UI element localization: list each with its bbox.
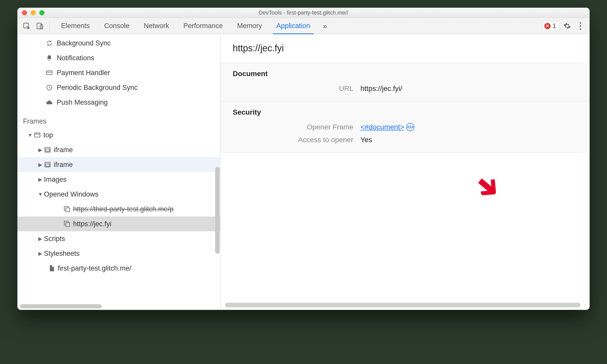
tab-console[interactable]: Console xyxy=(97,18,137,34)
tab-label: Network xyxy=(144,22,169,30)
iframe-icon xyxy=(44,161,51,168)
tree-label: Opened Windows xyxy=(44,190,98,198)
sidebar-item-notifications[interactable]: Notifications xyxy=(17,51,220,65)
opener-frame-link[interactable]: <#document> xyxy=(360,123,404,131)
more-options-button[interactable] xyxy=(575,21,586,31)
tree-label: top xyxy=(43,131,53,139)
security-section: Security Opener Frame <#document> </> Ac… xyxy=(220,102,590,153)
tree-label: Stylesheets xyxy=(44,250,80,258)
tab-elements[interactable]: Elements xyxy=(54,18,97,34)
frame-tree-top[interactable]: ▼ top xyxy=(17,128,220,142)
tab-label: Memory xyxy=(237,22,262,30)
tree-label: iframe xyxy=(54,161,73,169)
frame-tree-scripts[interactable]: ▶ Scripts xyxy=(17,231,220,246)
sidebar-item-label: Push Messaging xyxy=(57,99,108,106)
sidebar-item-periodic-sync[interactable]: Periodic Background Sync xyxy=(17,80,220,95)
sidebar-item-label: Periodic Background Sync xyxy=(57,84,138,92)
sidebar-item-payment-handler[interactable]: Payment Handler xyxy=(17,65,220,80)
tab-label: Console xyxy=(104,22,130,30)
tree-label: https://third-party-test.glitch.me/p xyxy=(73,205,173,213)
frame-details-panel: https://jec.fyi Document URL https://jec… xyxy=(220,34,590,310)
error-count: 1 xyxy=(553,22,556,30)
inspect-element-icon[interactable] xyxy=(21,20,32,32)
window-icon xyxy=(63,220,71,227)
row-url: URL https://jec.fyi/ xyxy=(233,84,577,93)
tab-label: Elements xyxy=(61,22,90,30)
svg-rect-11 xyxy=(46,164,49,166)
tab-memory[interactable]: Memory xyxy=(230,18,269,34)
value-access-to-opener: Yes xyxy=(360,136,372,144)
sidebar-item-label: Payment Handler xyxy=(57,69,110,77)
label-opener-frame: Opener Frame xyxy=(233,123,360,131)
panel-tabs: Elements Console Network Performance Mem… xyxy=(54,18,317,34)
expand-arrow-right[interactable]: ▶ xyxy=(38,236,42,242)
tab-performance[interactable]: Performance xyxy=(176,18,230,34)
svg-rect-13 xyxy=(66,208,69,212)
frame-tree-iframe[interactable]: ▶ iframe xyxy=(17,142,220,157)
row-opener-frame: Opener Frame <#document> </> xyxy=(233,123,577,131)
more-tabs-button[interactable]: » xyxy=(319,22,331,30)
settings-button[interactable] xyxy=(562,22,573,30)
sidebar-scrollbar-vertical[interactable] xyxy=(215,167,220,254)
tree-label: Scripts xyxy=(44,235,65,243)
iframe-icon xyxy=(44,146,51,153)
tab-label: Performance xyxy=(183,22,223,30)
device-toolbar-icon[interactable] xyxy=(34,20,45,32)
frame-tree-document[interactable]: first-party-test.glitch.me/ xyxy=(17,261,220,276)
bell-icon xyxy=(45,54,53,62)
sidebar-section-frames: Frames xyxy=(17,115,220,128)
tab-application[interactable]: Application xyxy=(269,18,317,34)
frame-tree-iframe[interactable]: ▶ iframe xyxy=(17,157,220,172)
frame-tree-opened-windows[interactable]: ▼ Opened Windows xyxy=(17,187,220,202)
chevron-right-icon: » xyxy=(323,22,327,30)
card-icon xyxy=(45,69,53,77)
window-title: DevTools - first-party-test.glitch.me// xyxy=(17,9,590,16)
sidebar-item-background-sync[interactable]: Background Sync xyxy=(17,36,220,51)
window-icon xyxy=(63,205,71,213)
kebab-dot xyxy=(580,28,581,30)
label-access-to-opener: Access to opener xyxy=(233,136,360,144)
sidebar-item-label: Notifications xyxy=(57,54,94,62)
kebab-dot xyxy=(580,22,581,24)
expand-arrow-down[interactable]: ▼ xyxy=(28,132,32,138)
application-sidebar: Background Sync Notifications Payment Ha… xyxy=(17,34,220,310)
error-icon: ✕ xyxy=(544,23,551,29)
label-url: URL xyxy=(233,84,360,93)
tab-label: Application xyxy=(276,22,310,30)
frame-tree-images[interactable]: ▶ Images xyxy=(17,172,220,187)
main-scrollbar-horizontal[interactable] xyxy=(225,303,580,307)
annotation-arrow xyxy=(471,168,504,202)
expand-arrow-right[interactable]: ▶ xyxy=(38,147,42,153)
sidebar-item-push-messaging[interactable]: Push Messaging xyxy=(17,95,220,110)
expand-arrow-right[interactable]: ▶ xyxy=(38,250,42,257)
row-access-to-opener: Access to opener Yes xyxy=(233,136,577,144)
cloud-icon xyxy=(45,99,53,106)
tree-label: https://jec.fyi xyxy=(73,220,111,228)
toolbar-divider xyxy=(50,20,50,32)
tree-label: iframe xyxy=(54,146,73,154)
svg-rect-6 xyxy=(35,133,40,137)
reveal-in-elements-icon[interactable]: </> xyxy=(406,123,414,131)
section-heading: Document xyxy=(233,70,577,78)
svg-rect-9 xyxy=(46,149,49,151)
sidebar-item-label: Background Sync xyxy=(57,39,111,47)
devtools-window: DevTools - first-party-test.glitch.me// … xyxy=(17,8,590,310)
tree-label: first-party-test.glitch.me/ xyxy=(58,264,131,272)
clock-icon xyxy=(45,84,53,91)
sidebar-scrollbar-horizontal[interactable] xyxy=(20,304,102,308)
titlebar: DevTools - first-party-test.glitch.me// xyxy=(17,8,590,18)
document-section: Document URL https://jec.fyi/ xyxy=(220,63,590,102)
svg-rect-3 xyxy=(46,71,52,75)
sync-icon xyxy=(45,39,53,47)
expand-arrow-right[interactable]: ▶ xyxy=(38,162,42,168)
devtools-toolbar: Elements Console Network Performance Mem… xyxy=(17,18,590,34)
svg-rect-15 xyxy=(66,223,69,226)
tab-network[interactable]: Network xyxy=(137,18,176,34)
opened-window-item[interactable]: https://third-party-test.glitch.me/p xyxy=(17,202,220,216)
frame-tree-stylesheets[interactable]: ▶ Stylesheets xyxy=(17,246,220,261)
console-error-badge[interactable]: ✕ 1 xyxy=(543,21,559,31)
frame-icon xyxy=(34,131,41,139)
opened-window-item-selected[interactable]: https://jec.fyi xyxy=(17,216,220,231)
expand-arrow-right[interactable]: ▶ xyxy=(38,176,42,183)
expand-arrow-down[interactable]: ▼ xyxy=(38,191,42,197)
